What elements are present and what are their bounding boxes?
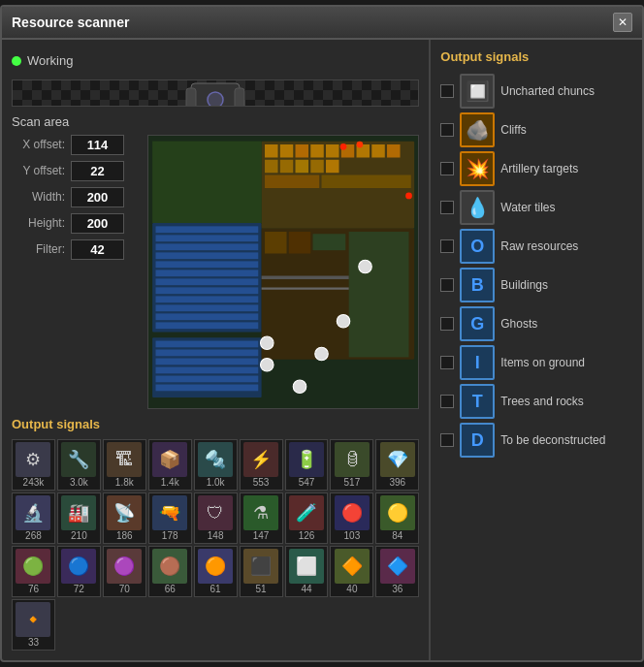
- item-cell[interactable]: 🔷36: [375, 546, 419, 597]
- robot-preview: ▲ ▲: [157, 79, 274, 107]
- svg-rect-13: [156, 226, 259, 233]
- svg-rect-37: [326, 144, 339, 158]
- signal-checkbox-ghosts[interactable]: [440, 317, 454, 331]
- signal-checkbox-cliffs[interactable]: [440, 123, 454, 137]
- signal-row-ghosts[interactable]: GGhosts: [440, 306, 632, 341]
- item-cell[interactable]: 🔋547: [285, 439, 329, 491]
- x-offset-input[interactable]: [71, 135, 124, 155]
- svg-rect-35: [296, 144, 309, 158]
- items-grid: ⚙243k🔧3.0k🏗1.8k📦1.4k🔩1.0k⚡553🔋547🛢517💎39…: [12, 439, 419, 651]
- item-cell[interactable]: 📡186: [103, 492, 146, 544]
- svg-rect-50: [265, 232, 287, 254]
- signal-icon-ghosts: G: [460, 306, 495, 341]
- svg-rect-30: [156, 375, 259, 382]
- item-cell[interactable]: 🧪126: [285, 492, 329, 544]
- signal-checkbox-artillery[interactable]: [440, 162, 454, 175]
- item-cell[interactable]: 🟡84: [375, 492, 419, 544]
- signal-label-ghosts: Ghosts: [500, 317, 537, 331]
- x-offset-row: X offset:: [12, 135, 138, 155]
- svg-rect-23: [156, 313, 259, 320]
- signal-icon-items-ground: I: [460, 345, 495, 380]
- svg-point-60: [315, 347, 329, 361]
- item-cell[interactable]: ⚗147: [240, 492, 283, 544]
- item-cell[interactable]: 🛢517: [330, 439, 373, 491]
- svg-point-62: [340, 143, 347, 150]
- scan-area-label: Scan area: [12, 114, 419, 129]
- item-cell[interactable]: 🟠61: [194, 546, 238, 597]
- filter-input[interactable]: [71, 239, 124, 260]
- signal-row-uncharted-chunks[interactable]: 🔲Uncharted chuncs: [440, 74, 632, 109]
- item-cell[interactable]: 🔬268: [12, 492, 55, 544]
- svg-rect-19: [156, 278, 259, 285]
- item-cell[interactable]: 🟤66: [148, 546, 192, 597]
- svg-rect-4: [186, 88, 196, 107]
- signal-row-deconstructed[interactable]: DTo be deconstructed: [440, 423, 632, 458]
- svg-rect-36: [310, 144, 324, 158]
- svg-rect-46: [326, 159, 339, 173]
- signal-row-trees-rocks[interactable]: TTrees and rocks: [440, 384, 632, 419]
- item-cell[interactable]: 💎396: [375, 439, 419, 491]
- item-cell[interactable]: 🔩1.0k: [194, 439, 238, 491]
- height-row: Height:: [12, 213, 138, 234]
- item-cell[interactable]: 🔸33: [12, 599, 55, 651]
- item-cell[interactable]: 🔴103: [330, 492, 373, 544]
- item-cell[interactable]: 🔵72: [57, 546, 101, 597]
- map-preview: [147, 135, 419, 409]
- signal-label-trees-rocks: Trees and rocks: [500, 395, 584, 408]
- signal-checkbox-raw-resources[interactable]: [440, 239, 454, 253]
- item-cell[interactable]: 🏭210: [57, 492, 101, 544]
- signal-row-cliffs[interactable]: 🪨Cliffs: [440, 112, 632, 147]
- svg-rect-33: [265, 144, 278, 158]
- signal-row-water[interactable]: 💧Water tiles: [440, 190, 632, 225]
- signal-checkbox-water[interactable]: [440, 201, 454, 214]
- item-cell[interactable]: ⬜44: [285, 546, 329, 597]
- svg-point-63: [357, 141, 364, 147]
- signal-checkbox-items-ground[interactable]: [440, 356, 454, 369]
- svg-rect-14: [156, 235, 259, 241]
- item-cell[interactable]: ⚙243k: [12, 439, 55, 491]
- right-panel: Output signals 🔲Uncharted chuncs🪨Cliffs💥…: [431, 40, 642, 660]
- svg-rect-41: [387, 144, 401, 158]
- left-panel: Working ▲ ▲: [2, 40, 431, 660]
- svg-rect-40: [371, 144, 385, 158]
- signal-checkbox-buildings[interactable]: [440, 278, 454, 292]
- svg-rect-34: [280, 144, 294, 158]
- item-cell[interactable]: 📦1.4k: [148, 439, 192, 491]
- item-cell[interactable]: ⚡553: [240, 439, 283, 491]
- item-cell[interactable]: ⬛51: [240, 546, 283, 597]
- signal-row-raw-resources[interactable]: ORaw resources: [440, 229, 632, 264]
- title-bar: Resource scanner ✕: [2, 7, 642, 40]
- item-cell[interactable]: 🛡148: [194, 492, 238, 544]
- item-cell[interactable]: 🏗1.8k: [103, 439, 146, 491]
- x-offset-label: X offset:: [12, 138, 65, 151]
- output-signals-left-section: Output signals ⚙243k🔧3.0k🏗1.8k📦1.4k🔩1.0k…: [12, 417, 419, 651]
- status-label: Working: [27, 53, 73, 68]
- svg-rect-44: [296, 159, 309, 173]
- svg-rect-22: [156, 304, 259, 311]
- close-button[interactable]: ✕: [613, 13, 632, 32]
- item-cell[interactable]: 🟢76: [12, 546, 55, 597]
- item-cell[interactable]: 🔶40: [330, 546, 373, 597]
- svg-rect-26: [156, 340, 259, 347]
- item-cell[interactable]: 🔫178: [148, 492, 192, 544]
- svg-rect-42: [265, 159, 278, 173]
- signal-checkbox-trees-rocks[interactable]: [440, 395, 454, 408]
- svg-rect-65: [152, 141, 262, 222]
- signal-checkbox-uncharted-chunks[interactable]: [440, 84, 454, 98]
- svg-rect-51: [289, 232, 311, 254]
- y-offset-input[interactable]: [71, 161, 124, 181]
- signal-checkbox-deconstructed[interactable]: [440, 433, 454, 447]
- signal-row-buildings[interactable]: BBuildings: [440, 268, 632, 302]
- width-input[interactable]: [71, 187, 124, 207]
- height-input[interactable]: [71, 213, 124, 234]
- svg-rect-52: [313, 234, 346, 250]
- item-cell[interactable]: 🟣70: [103, 546, 146, 597]
- signal-label-buildings: Buildings: [500, 278, 548, 292]
- signal-row-items-ground[interactable]: IItems on ground: [440, 345, 632, 380]
- signal-icon-artillery: 💥: [460, 151, 495, 186]
- item-cell[interactable]: 🔧3.0k: [57, 439, 101, 491]
- svg-rect-31: [156, 384, 259, 391]
- svg-rect-29: [156, 366, 259, 373]
- svg-rect-16: [156, 252, 259, 259]
- signal-row-artillery[interactable]: 💥Artillery targets: [440, 151, 632, 186]
